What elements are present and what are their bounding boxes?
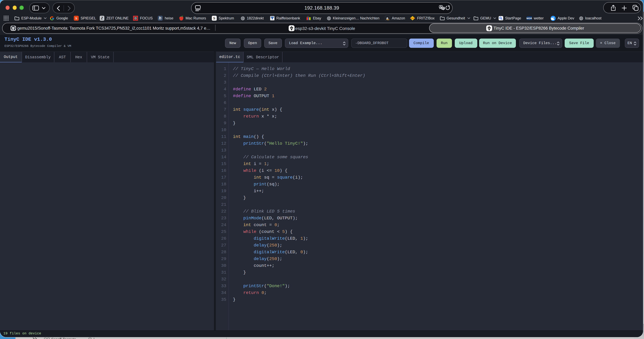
svg-text:FRITZ!: FRITZ!: [411, 17, 415, 19]
